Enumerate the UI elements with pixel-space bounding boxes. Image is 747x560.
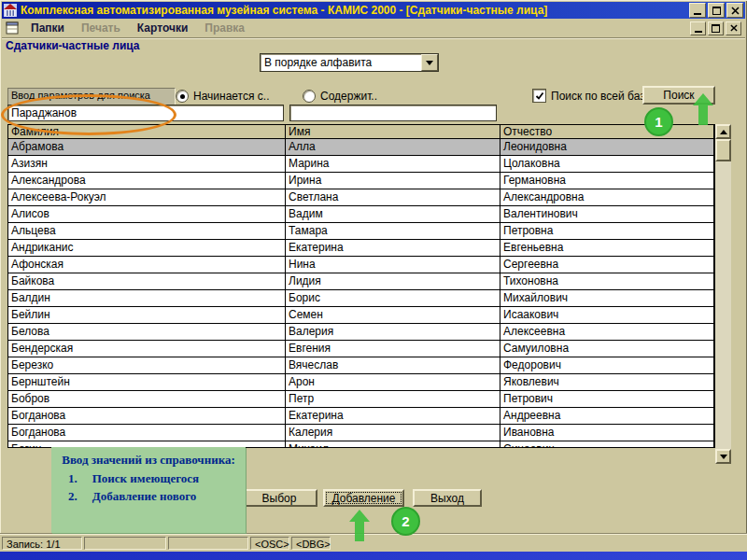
table-cell[interactable]: Афонская	[8, 257, 286, 273]
mdi-minimize-button[interactable]	[690, 21, 706, 35]
checkbox-whole-base[interactable]: Поиск по всей базе	[532, 89, 651, 103]
table-cell[interactable]: Альцева	[8, 223, 286, 239]
table-cell[interactable]: Тамара	[286, 223, 500, 239]
column-header-surname[interactable]: Фамилия	[8, 125, 286, 138]
table-cell[interactable]: Петрович	[500, 391, 714, 407]
table-cell[interactable]: Березко	[8, 357, 286, 373]
table-cell[interactable]: Александровна	[500, 189, 714, 205]
table-cell[interactable]: Балдин	[8, 290, 286, 306]
restore-button[interactable]	[708, 3, 725, 18]
minimize-button[interactable]	[689, 3, 706, 18]
table-cell[interactable]: Бобров	[8, 391, 286, 407]
mdi-restore-button[interactable]	[708, 21, 724, 35]
table-cell[interactable]: Азизян	[8, 156, 286, 172]
table-cell[interactable]: Бернштейн	[8, 374, 286, 390]
table-row[interactable]: АлисовВадимВалентинович	[8, 206, 714, 223]
table-cell[interactable]: Семен	[286, 307, 500, 323]
table-cell[interactable]: Калерия	[286, 425, 500, 441]
surname-search-input[interactable]	[7, 105, 284, 121]
table-cell[interactable]: Светлана	[286, 189, 500, 205]
table-row[interactable]: АндриканисЕкатеринаЕвгеньевна	[8, 240, 714, 257]
table-row[interactable]: АзизянМаринаЦолаковна	[8, 156, 714, 173]
table-cell[interactable]: Алла	[286, 139, 500, 155]
table-cell[interactable]: Алексеевна	[500, 324, 714, 340]
table-cell[interactable]: Бейлин	[8, 307, 286, 323]
table-cell[interactable]: Михаил	[286, 441, 500, 448]
sort-dropdown[interactable]: В порядке алфавита	[260, 53, 439, 72]
table-cell[interactable]: Андриканис	[8, 240, 286, 256]
table-cell[interactable]: Марина	[286, 156, 500, 172]
table-cell[interactable]: Абрамова	[8, 139, 286, 155]
table-cell[interactable]: Петровна	[500, 223, 714, 239]
table-cell[interactable]: Екатерина	[286, 408, 500, 424]
table-cell[interactable]: Петр	[286, 391, 500, 407]
table-cell[interactable]: Борис	[286, 290, 500, 306]
table-cell[interactable]: Михайлович	[500, 290, 714, 306]
table-row[interactable]: БендерскаяЕвгенияСамуиловна	[8, 341, 714, 357]
table-cell[interactable]: Лидия	[286, 273, 500, 289]
table-cell[interactable]: Екатерина	[286, 240, 500, 256]
table-cell[interactable]: Алисов	[8, 206, 286, 222]
table-row[interactable]: АбрамоваАллаЛеонидовна	[8, 139, 714, 156]
column-header-name[interactable]: Имя	[286, 125, 500, 138]
table-row[interactable]: БогдановаКалерияИвановна	[8, 425, 714, 441]
table-row[interactable]: БогдановаЕкатеринаАндреевна	[8, 408, 714, 425]
table-cell[interactable]: Богданова	[8, 425, 286, 441]
table-cell[interactable]: Александрова	[8, 173, 286, 189]
table-row[interactable]: БалдинБорисМихайлович	[8, 290, 714, 307]
table-cell[interactable]: Белова	[8, 324, 286, 340]
table-row[interactable]: АфонскаяНинаСергеевна	[8, 257, 714, 273]
table-row[interactable]: БейлинСеменИсаакович	[8, 307, 714, 324]
table-cell[interactable]: Вадим	[286, 206, 500, 222]
table-cell[interactable]: Евгения	[286, 341, 500, 357]
table-row[interactable]: АлександроваИринаГермановна	[8, 173, 714, 189]
table-cell[interactable]: Байкова	[8, 273, 286, 289]
menu-item-cards[interactable]: Карточки	[129, 20, 196, 36]
table-row[interactable]: БобровПетрПетрович	[8, 391, 714, 408]
table-cell[interactable]: Тихоновна	[500, 273, 714, 289]
table-cell[interactable]: Цолаковна	[500, 156, 714, 172]
table-cell[interactable]: Исаакович	[500, 307, 714, 323]
table-row[interactable]: БайковаЛидияТихоновна	[8, 273, 714, 290]
table-cell[interactable]: Леонидовна	[500, 139, 714, 155]
table-row[interactable]: АльцеваТамараПетровна	[8, 223, 714, 240]
table-cell[interactable]: Ирина	[286, 173, 500, 189]
table-cell[interactable]: Евгеньевна	[500, 240, 714, 256]
table-row[interactable]: БерезкоВячеславФедорович	[8, 357, 714, 374]
name-search-input[interactable]	[289, 105, 497, 121]
column-header-patronymic[interactable]: Отчество	[500, 125, 714, 138]
table-cell[interactable]: Нина	[286, 257, 500, 273]
table-cell[interactable]: Германовна	[500, 173, 714, 189]
table-cell[interactable]: Яковлевич	[500, 374, 714, 390]
dropdown-arrow-button[interactable]	[421, 54, 438, 71]
table-cell[interactable]: Сергеевна	[500, 257, 714, 273]
scrollbar-thumb[interactable]	[715, 139, 731, 161]
table-cell[interactable]: Синаевич	[500, 441, 714, 448]
table-cell[interactable]: Валентинович	[500, 206, 714, 222]
table-cell[interactable]: Бендерская	[8, 341, 286, 357]
radio-contains[interactable]: Содержит..	[303, 90, 377, 103]
close-button[interactable]	[726, 3, 743, 18]
table-scrollbar[interactable]	[715, 124, 731, 464]
table-cell[interactable]: Алексеева-Рокуэл	[8, 189, 286, 205]
scroll-up-button[interactable]	[715, 124, 731, 139]
table-cell[interactable]: Федорович	[500, 357, 714, 373]
table-row[interactable]: БернштейнАронЯковлевич	[8, 374, 714, 391]
mdi-close-button[interactable]	[726, 21, 741, 35]
scroll-down-button[interactable]	[715, 449, 731, 464]
arrow-up-icon	[720, 130, 727, 134]
table-cell[interactable]: Валерия	[286, 324, 500, 340]
table-cell[interactable]: Вячеслав	[286, 357, 500, 373]
table-cell[interactable]: Андреевна	[500, 408, 714, 424]
select-button[interactable]: Выбор	[241, 489, 317, 507]
table-row[interactable]: БеловаВалерияАлексеевна	[8, 324, 714, 341]
exit-button[interactable]: Выход	[413, 489, 482, 507]
add-button[interactable]: Добавление	[323, 489, 404, 507]
table-cell[interactable]: Ивановна	[500, 425, 714, 441]
table-cell[interactable]: Богданова	[8, 408, 286, 424]
table-cell[interactable]: Самуиловна	[500, 341, 714, 357]
menu-item-folders[interactable]: Папки	[22, 20, 73, 36]
radio-starts-with[interactable]: Начинается с..	[176, 90, 269, 103]
table-cell[interactable]: Арон	[286, 374, 500, 390]
table-row[interactable]: Алексеева-РокуэлСветланаАлександровна	[8, 189, 714, 206]
